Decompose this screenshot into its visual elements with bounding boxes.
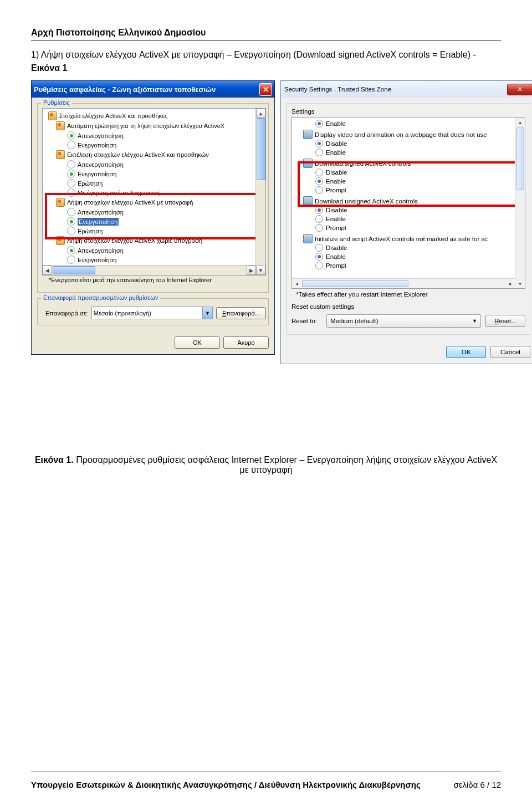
header-rule <box>31 40 501 40</box>
option-radio[interactable]: Disable <box>293 206 524 215</box>
settings-group: Settings Enable Display video and animat… <box>287 103 530 335</box>
settings-listbox[interactable]: Enable Display video and animation on a … <box>291 117 525 289</box>
reset-button[interactable]: Επαναφορά... <box>216 307 266 319</box>
option-label: Με έγκριση από το διαχειριστή <box>78 190 160 196</box>
category-label: Αυτόματη ερώτηση για τη λήψη στοιχείων ε… <box>67 123 224 129</box>
option-label: Disable <box>326 207 347 213</box>
radio-icon <box>315 186 323 194</box>
option-radio[interactable]: Disable <box>293 169 524 177</box>
combo-value: Μεσαίο (προεπιλογή) <box>94 310 151 317</box>
option-radio[interactable]: Απενεργοποίηση <box>44 160 264 169</box>
category-item: Initialize and script ActiveX controls n… <box>293 233 524 244</box>
scroll-thumb[interactable] <box>53 266 95 274</box>
scroll-right-icon[interactable]: ▸ <box>507 279 515 288</box>
option-radio[interactable]: Ενεργοποίηση <box>44 217 264 226</box>
option-radio[interactable]: Ενεργοποίηση <box>44 169 264 178</box>
category-item: Στοιχεία ελέγχου ActiveX και προσθήκες <box>44 111 264 121</box>
scroll-right-icon[interactable]: ▶ <box>247 266 256 275</box>
dialog-greek: Ρυθμίσεις ασφαλείας - Ζώνη αξιόπιστων το… <box>31 80 275 355</box>
reset-combo[interactable]: Medium (default)▼ <box>326 314 481 328</box>
settings-tree: Enable Display video and animation on a … <box>292 118 525 282</box>
activex-icon <box>303 159 313 168</box>
scrollbar-horizontal[interactable]: ◀▶ <box>43 265 256 275</box>
scroll-down-icon[interactable]: ▾ <box>516 279 524 288</box>
category-item: Εκτέλεση στοιχείων ελέγχου ActiveX και π… <box>44 150 264 160</box>
option-label: Prompt <box>326 187 346 193</box>
dialog-english: Security Settings - Trusted Sites Zone ✕… <box>280 80 532 364</box>
reset-group-label: Επαναφορά προσαρμοσμένων ρυθμίσεων <box>41 294 160 301</box>
option-label: Απενεργοποίηση <box>78 209 124 216</box>
settings-listbox[interactable]: Στοιχεία ελέγχου ActiveX και προσθήκες Α… <box>42 108 266 276</box>
radio-icon <box>315 224 323 232</box>
scrollbar-vertical[interactable]: ▴▾ <box>515 118 525 288</box>
category-item: Αυτόματη ερώτηση για τη λήψη στοιχείων ε… <box>44 121 264 131</box>
option-radio[interactable]: Ερώτηση <box>44 178 264 188</box>
option-radio[interactable]: Disable <box>293 244 524 253</box>
reset-button[interactable]: Reset... <box>485 315 525 327</box>
option-radio[interactable]: Απενεργοποίηση <box>44 246 264 255</box>
option-label: Enable <box>326 120 346 127</box>
activex-icon <box>303 130 313 139</box>
reset-combo[interactable]: Μεσαίο (προεπιλογή)▼ <box>91 307 213 319</box>
option-label: Ερώτηση <box>78 228 103 234</box>
option-label: Enable <box>326 149 346 156</box>
option-radio[interactable]: Prompt <box>293 224 524 233</box>
cancel-button[interactable]: Άκυρο <box>223 336 269 349</box>
category-label: Initialize and script ActiveX controls n… <box>315 236 488 242</box>
option-radio[interactable]: Enable <box>293 253 524 262</box>
chevron-down-icon: ▼ <box>472 318 477 324</box>
option-label: Prompt <box>326 225 346 231</box>
scroll-thumb[interactable] <box>516 127 524 190</box>
cancel-button[interactable]: Cancel <box>490 346 530 358</box>
option-radio[interactable]: Απενεργοποίηση <box>44 131 264 140</box>
option-radio[interactable]: Ενεργοποίηση <box>44 255 264 264</box>
restart-note: *Ενεργοποιείται μετά την επανεκκίνηση το… <box>42 276 266 287</box>
option-radio[interactable]: Enable <box>293 149 524 157</box>
radio-icon <box>67 188 75 197</box>
radio-icon <box>67 217 75 226</box>
titlebar[interactable]: Ρυθμίσεις ασφαλείας - Ζώνη αξιόπιστων το… <box>32 81 274 98</box>
scrollbar-vertical[interactable]: ▲▼ <box>255 109 265 275</box>
scroll-left-icon[interactable]: ◀ <box>43 266 52 275</box>
option-radio[interactable]: Ενεργοποίηση <box>44 140 264 150</box>
scroll-up-icon[interactable]: ▲ <box>256 109 265 118</box>
category-item: Λήψη στοιχείων ελέγχου ActiveX με υπογρα… <box>44 197 264 207</box>
close-icon[interactable]: ✕ <box>259 83 272 96</box>
option-label: Enable <box>326 253 346 260</box>
option-radio[interactable]: Prompt <box>293 262 524 271</box>
option-radio[interactable]: Με έγκριση από το διαχειριστή <box>44 188 264 197</box>
option-label: Ερώτηση <box>78 180 103 187</box>
option-radio[interactable]: Enable <box>293 177 524 186</box>
paragraph-figref: Εικόνα 1 <box>31 63 67 73</box>
radio-icon <box>67 141 75 149</box>
option-radio[interactable]: Enable <box>293 120 524 129</box>
radio-icon <box>315 244 323 252</box>
option-radio[interactable]: Disable <box>293 140 524 149</box>
activex-icon <box>56 198 65 207</box>
restart-note: *Takes effect after you restart Internet… <box>291 289 525 302</box>
settings-tree: Στοιχεία ελέγχου ActiveX και προσθήκες Α… <box>43 109 265 276</box>
scrollbar-horizontal[interactable]: ◂▸ <box>292 278 515 288</box>
option-radio[interactable]: Prompt <box>293 186 524 195</box>
scroll-left-icon[interactable]: ◂ <box>293 279 301 288</box>
radio-icon <box>315 262 323 269</box>
radio-icon <box>67 179 75 187</box>
option-radio[interactable]: Ερώτηση <box>44 226 264 236</box>
chevron-down-icon: ▼ <box>202 307 212 319</box>
option-radio[interactable]: Απενεργοποίηση <box>44 207 264 217</box>
option-radio[interactable]: Enable <box>293 215 524 224</box>
ok-button[interactable]: OK <box>175 336 220 349</box>
scroll-up-icon[interactable]: ▴ <box>516 118 524 126</box>
radio-icon <box>315 177 323 185</box>
group-label: Ρυθμίσεις <box>41 99 72 106</box>
dialog-title: Ρυθμίσεις ασφαλείας - Ζώνη αξιόπιστων το… <box>34 85 216 94</box>
scroll-thumb[interactable] <box>302 280 408 287</box>
scroll-thumb[interactable] <box>257 118 265 180</box>
activex-icon <box>303 196 313 206</box>
caption-text: Προσαρμοσμένες ρυθμίσεις ασφάλειας Inter… <box>74 455 497 475</box>
titlebar[interactable]: Security Settings - Trusted Sites Zone ✕ <box>281 81 532 98</box>
scroll-down-icon[interactable]: ▼ <box>256 266 265 275</box>
ok-button[interactable]: OK <box>446 346 486 358</box>
option-label: Ενεργοποίηση <box>78 171 116 177</box>
close-icon[interactable]: ✕ <box>507 84 532 95</box>
